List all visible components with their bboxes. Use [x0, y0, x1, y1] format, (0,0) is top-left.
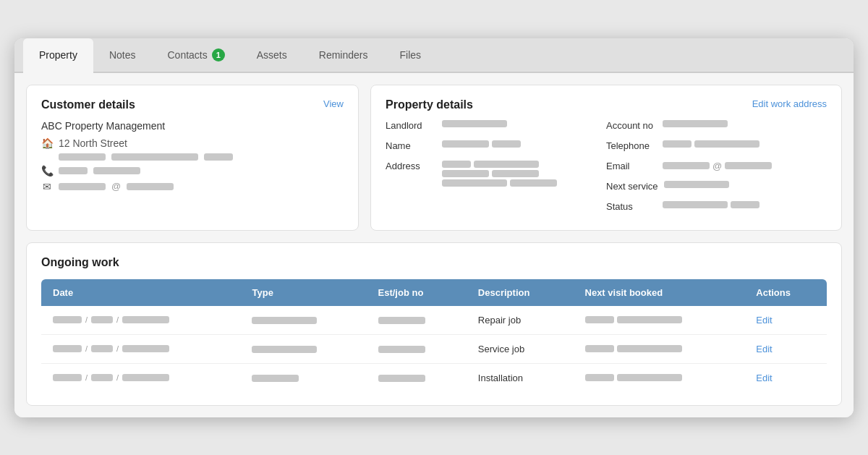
status-label: Status — [606, 201, 657, 212]
row1-actions: Edit — [744, 306, 827, 335]
row2-description: Service job — [467, 334, 574, 363]
property-grid: Landlord Name — [386, 120, 827, 217]
table-body: // Repair job — [41, 306, 827, 392]
tab-property[interactable]: Property — [23, 38, 93, 73]
next-service-value — [664, 181, 729, 188]
status-row: Status — [606, 201, 827, 217]
tab-assets[interactable]: Assets — [241, 38, 303, 73]
email-label: Email — [606, 161, 657, 171]
tel-bar2 — [694, 140, 760, 148]
account-bar — [663, 120, 728, 127]
account-no-label: Account no — [606, 120, 657, 131]
name-label: Name — [386, 140, 436, 151]
telephone-value — [663, 140, 760, 148]
tab-notes[interactable]: Notes — [93, 38, 152, 73]
col-type: Type — [240, 279, 366, 306]
tab-reminders[interactable]: Reminders — [303, 38, 384, 73]
property-col-left: Landlord Name — [386, 120, 606, 217]
col-date: Date — [41, 279, 240, 306]
row2-edit-button[interactable]: Edit — [756, 344, 772, 354]
row2-type — [240, 334, 366, 363]
row1-est — [367, 306, 467, 335]
landlord-label: Landlord — [386, 120, 436, 131]
addr-line2 — [442, 170, 557, 177]
table-row: // Repair job — [41, 306, 827, 335]
col-actions: Actions — [744, 279, 827, 306]
addr-line1 — [442, 161, 557, 168]
name-row: Name — [386, 140, 606, 156]
row3-description: Installation — [467, 363, 574, 392]
tab-files[interactable]: Files — [383, 38, 437, 73]
next-service-row: Next service — [606, 181, 827, 197]
col-next-visit: Next visit booked — [574, 279, 745, 306]
address-bar1 — [59, 153, 106, 161]
property-panel-header: Property details Edit work address — [386, 98, 827, 111]
row3-next-visit — [574, 363, 745, 392]
email-bar2 — [127, 183, 174, 190]
telephone-row: Telephone — [606, 140, 827, 156]
customer-details-panel: Customer details View ABC Property Manag… — [26, 85, 359, 231]
address-bar2 — [111, 153, 198, 161]
landlord-row: Landlord — [386, 120, 606, 136]
status-bar1 — [663, 201, 728, 208]
name-bar1 — [442, 140, 489, 148]
tab-contacts[interactable]: Contacts 1 — [152, 38, 241, 73]
row1-date: // — [41, 306, 240, 335]
status-value — [663, 201, 760, 208]
em-bar2 — [725, 162, 772, 169]
table-row: // Service job — [41, 334, 827, 363]
panels-row: Customer details View ABC Property Manag… — [26, 85, 842, 231]
email-icon: ✉ — [41, 181, 53, 192]
row1-type — [240, 306, 366, 335]
row3-actions: Edit — [744, 363, 827, 392]
table-header: Date Type Est/job no Description Next vi… — [41, 279, 827, 306]
name-bar2 — [492, 140, 521, 148]
col-est-job: Est/job no — [367, 279, 467, 306]
prop-at-sign: @ — [712, 161, 722, 171]
row2-next-visit — [574, 334, 745, 363]
row1-description: Repair job — [467, 306, 574, 335]
row1-edit-button[interactable]: Edit — [756, 315, 772, 326]
telephone-label: Telephone — [606, 140, 657, 151]
work-table: Date Type Est/job no Description Next vi… — [41, 279, 827, 392]
phone-row: 📞 — [41, 165, 344, 177]
ongoing-work-title: Ongoing work — [41, 256, 827, 269]
next-service-label: Next service — [606, 181, 658, 192]
edit-work-address-button[interactable]: Edit work address — [752, 98, 827, 109]
email-row: ✉ @ — [41, 181, 344, 192]
ongoing-work-section: Ongoing work Date Type Est/job no Descri… — [26, 242, 842, 406]
view-button[interactable]: View — [323, 98, 344, 109]
landlord-value — [442, 120, 507, 127]
row3-date: // — [41, 363, 240, 392]
home-icon: 🏠 — [41, 137, 53, 149]
col-description: Description — [467, 279, 574, 306]
street-address: 12 North Street — [59, 137, 127, 149]
main-window: Property Notes Contacts 1 Assets Reminde… — [14, 38, 854, 417]
customer-panel-header: Customer details View — [41, 98, 344, 111]
row1-next-visit — [574, 306, 745, 335]
row3-edit-button[interactable]: Edit — [756, 373, 772, 383]
row3-type — [240, 363, 366, 392]
account-no-row: Account no — [606, 120, 827, 136]
em-bar1 — [663, 162, 710, 169]
address-extra-row — [41, 153, 344, 161]
address-row: 🏠 12 North Street — [41, 137, 344, 149]
name-value — [442, 140, 521, 148]
contacts-badge: 1 — [212, 48, 225, 61]
prop-email-row: Email @ — [606, 161, 827, 177]
phone-bar1 — [59, 167, 88, 174]
company-name: ABC Property Management — [41, 120, 344, 132]
email-bar1 — [59, 183, 106, 190]
property-details-panel: Property details Edit work address Landl… — [370, 85, 842, 231]
at-sign: @ — [111, 181, 121, 192]
phone-icon: 📞 — [41, 165, 53, 177]
row3-est — [367, 363, 467, 392]
tel-bar1 — [663, 140, 692, 148]
customer-details-title: Customer details — [41, 98, 135, 111]
prop-address-row: Address — [386, 161, 606, 187]
account-no-value — [663, 120, 728, 127]
addr-line3 — [442, 179, 557, 187]
prop-email-value: @ — [663, 161, 772, 171]
tab-bar: Property Notes Contacts 1 Assets Reminde… — [14, 38, 854, 73]
status-bar2 — [731, 201, 760, 208]
